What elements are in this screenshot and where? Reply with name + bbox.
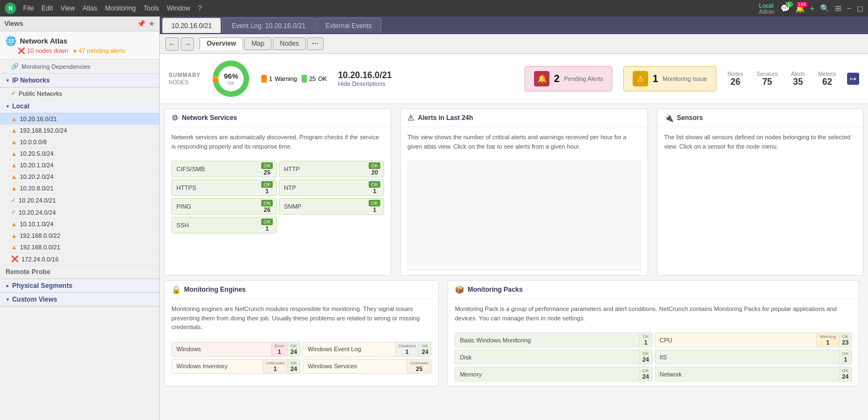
service-ssh[interactable]: SSH OK 1 bbox=[171, 217, 277, 233]
sidebar-item-network-0[interactable]: ▲ 10.20.16.0/21 bbox=[0, 113, 159, 125]
service-ping[interactable]: PING OK 26 bbox=[171, 198, 277, 215]
service-cifs[interactable]: CIFS/SMB OK 25 bbox=[171, 161, 277, 177]
sidebar-section-ip-networks[interactable]: ▼ IP Networks bbox=[0, 74, 159, 88]
ok-icon: ✓ bbox=[11, 209, 16, 216]
expand-button[interactable]: ↦ bbox=[847, 73, 859, 85]
pending-alerts-badge[interactable]: 🔔 2 Pending Alerts bbox=[525, 66, 612, 91]
me-badges-event-log: Disabled 1 OK 24 bbox=[395, 342, 431, 356]
sidebar-section-remote-probe[interactable]: Remote Probe bbox=[0, 265, 159, 279]
sidebar-item-network-10[interactable]: ▲ 192.168.0.0/22 bbox=[0, 230, 159, 242]
sidebar-item-public-networks[interactable]: ✓ Public Networks bbox=[0, 88, 159, 100]
summary-bar: SUMMARY NODES 96% OK bbox=[160, 54, 868, 104]
sidebar-item-network-4[interactable]: ▲ 10.20.1.0/24 bbox=[0, 160, 159, 171]
main-content: SUMMARY NODES 96% OK bbox=[160, 54, 868, 420]
tab-2[interactable]: External Events bbox=[316, 18, 381, 33]
sidebar-item-network-5[interactable]: ▲ 10.20.2.0/24 bbox=[0, 171, 159, 183]
sidebar-item-network-6[interactable]: ▲ 10.20.8.0/21 bbox=[0, 183, 159, 194]
sidebar-section-physical-segments[interactable]: ► Physical Segments bbox=[0, 279, 159, 293]
menu-tools[interactable]: Tools bbox=[144, 4, 159, 12]
mp-iis[interactable]: IIS OK 1 bbox=[655, 350, 852, 364]
pin-icon[interactable]: 📌 bbox=[137, 20, 145, 28]
sidebar-item-network-12[interactable]: ❌ 172.24.0.0/16 bbox=[0, 253, 159, 265]
service-count-ping: 26 bbox=[264, 206, 271, 213]
sensors-body: The list shows all sensors defined on no… bbox=[657, 127, 863, 156]
remote-probe-label: Remote Probe bbox=[6, 268, 50, 276]
back-button[interactable]: ← bbox=[165, 37, 179, 51]
sidebar-item-network-8[interactable]: ✓ 10.20.24.0/24 bbox=[0, 206, 159, 219]
hide-descriptions[interactable]: Hide Descriptions bbox=[338, 80, 514, 87]
monitoring-packs-body: Monitoring Pack is a group of performanc… bbox=[448, 299, 859, 328]
toolbar-tab-overview[interactable]: Overview bbox=[200, 37, 243, 50]
tab-label-0: 10.20.16.0/21 bbox=[171, 22, 212, 30]
mp-name-memory: Memory bbox=[455, 369, 639, 380]
warning-icon: ▲ bbox=[11, 173, 17, 180]
service-snmp[interactable]: SNMP OK 1 bbox=[279, 198, 384, 215]
sidebar-header-title: Views bbox=[4, 20, 23, 28]
tab-bar: 10.20.16.0/21 Event Log: 10.20.16.0/21 E… bbox=[160, 17, 868, 34]
service-name-https: HTTPS bbox=[172, 182, 258, 194]
me-windows-inventory[interactable]: Windows Inventory Unknown 1 OK 24 bbox=[171, 359, 300, 374]
menu-atlas[interactable]: Atlas bbox=[83, 4, 98, 12]
triangle-icon: ▼ bbox=[6, 78, 10, 83]
menu-monitoring[interactable]: Monitoring bbox=[105, 4, 136, 12]
service-count-snmp: 1 bbox=[373, 206, 376, 213]
menu-file[interactable]: File bbox=[23, 4, 34, 12]
me-windows-event-log[interactable]: Windows Event Log Disabled 1 OK 24 bbox=[303, 342, 432, 357]
forward-button[interactable]: → bbox=[181, 37, 194, 51]
network-label-2: 10.0.0.0/8 bbox=[20, 139, 47, 145]
search-icon[interactable]: 🔍 bbox=[820, 4, 829, 13]
service-http[interactable]: HTTP OK 20 bbox=[279, 161, 384, 177]
alerts-stat-label: Alerts bbox=[791, 71, 805, 77]
warning-icon: ▲ bbox=[11, 244, 17, 250]
main-layout: Views 📌 ★ 🌐 Network Atlas ❌ 10 nodes dow… bbox=[0, 17, 868, 420]
ok-count: 25 bbox=[309, 75, 316, 82]
services-stat-value: 75 bbox=[757, 77, 778, 87]
notification-bell-icon[interactable]: 🔔 189 bbox=[795, 4, 805, 13]
star-icon[interactable]: ★ bbox=[149, 20, 155, 28]
menu-window[interactable]: Window bbox=[167, 4, 191, 12]
mp-cpu[interactable]: CPU Warning 1 OK 23 bbox=[655, 332, 852, 347]
sidebar-section-custom-views[interactable]: ▼ Custom Views bbox=[0, 293, 159, 307]
sidebar-item-network-2[interactable]: ▲ 10.0.0.0/8 bbox=[0, 137, 159, 148]
mp-badge-ok-label-memory: OK bbox=[643, 368, 649, 373]
service-https[interactable]: HTTPS OK 1 bbox=[171, 179, 277, 196]
mp-basic-windows[interactable]: Basic Windows Monitoring OK 1 bbox=[455, 332, 652, 347]
add-icon[interactable]: + bbox=[810, 4, 815, 13]
mp-network[interactable]: Network OK 24 bbox=[655, 367, 852, 381]
sidebar-item-network-11[interactable]: ▲ 192.168.0.0/21 bbox=[0, 242, 159, 253]
toolbar-tab-map[interactable]: Map bbox=[244, 37, 271, 50]
monitoring-issue-badge[interactable]: ⚠ 1 Monitoring Issue bbox=[623, 66, 716, 91]
network-atlas-item[interactable]: 🌐 Network Atlas ❌ 10 nodes down ● 47 pen… bbox=[0, 31, 159, 59]
sidebar-item-network-9[interactable]: ▲ 10.10.1.0/24 bbox=[0, 219, 159, 230]
grid-icon[interactable]: ⊞ bbox=[835, 4, 842, 13]
sidebar-item-network-7[interactable]: ✓ 10.20.24.0/21 bbox=[0, 194, 159, 206]
minimize-icon[interactable]: − bbox=[847, 4, 851, 13]
maximize-icon[interactable]: ◻ bbox=[857, 4, 864, 13]
network-services-desc: Network services are automatically disco… bbox=[171, 134, 379, 150]
toolbar-more-button[interactable]: ⋯ bbox=[307, 37, 324, 50]
menu-help[interactable]: ? bbox=[198, 4, 202, 12]
network-label-3: 10.20.5.0/24 bbox=[20, 150, 53, 157]
service-badge-http: OK 20 bbox=[365, 161, 384, 177]
sidebar-item-network-1[interactable]: ▲ 192.168.192.0/24 bbox=[0, 125, 159, 137]
me-badge-ok-val-3: 24 bbox=[290, 366, 297, 372]
me-windows[interactable]: Windows Error 1 OK 24 bbox=[171, 342, 300, 357]
mp-memory[interactable]: Memory OK 24 bbox=[455, 367, 652, 381]
sidebar-section-local[interactable]: ▼ Local bbox=[0, 100, 159, 113]
network-label-8: 10.20.24.0/24 bbox=[19, 209, 56, 216]
sidebar-item-network-3[interactable]: ▲ 10.20.5.0/24 bbox=[0, 148, 159, 160]
mp-disk[interactable]: Disk OK 24 bbox=[455, 350, 652, 364]
network-label-0: 10.20.16.0/21 bbox=[20, 116, 57, 122]
menu-view[interactable]: View bbox=[61, 4, 75, 12]
me-badge-ok-label: OK bbox=[290, 343, 297, 348]
mp-name-network: Network bbox=[655, 369, 839, 380]
tab-1[interactable]: Event Log: 10.20.16.0/21 bbox=[222, 18, 315, 33]
notification-chat-icon[interactable]: 💬 1 bbox=[780, 4, 790, 13]
menu-edit[interactable]: Edit bbox=[41, 4, 53, 12]
toolbar-tab-nodes[interactable]: Nodes bbox=[273, 37, 306, 50]
monitoring-dependencies[interactable]: 🔗 Monitoring Dependencies bbox=[0, 59, 159, 74]
service-ntp[interactable]: NTP OK 1 bbox=[279, 179, 384, 196]
mp-badges-cpu: Warning 1 OK 23 bbox=[816, 333, 851, 347]
tab-0[interactable]: 10.20.16.0/21 bbox=[162, 18, 221, 33]
me-windows-services[interactable]: Windows Services Unknown 25 bbox=[303, 359, 432, 374]
